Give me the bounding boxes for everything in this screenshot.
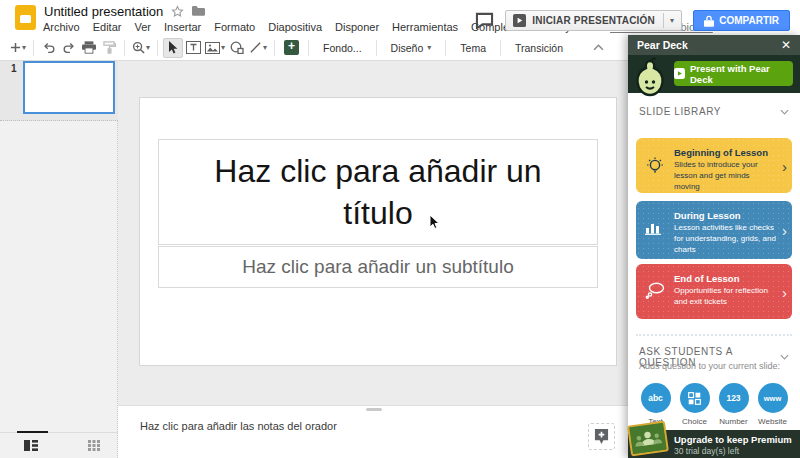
- chevron-down-icon[interactable]: [780, 109, 789, 115]
- bar-chart-icon: [645, 220, 665, 240]
- text-question-icon: abc: [641, 383, 671, 413]
- peardeck-brand-band: Present with Pear Deck: [628, 55, 800, 93]
- chevron-right-icon: ›: [782, 283, 787, 300]
- filmstrip-view-indicator: [17, 431, 48, 433]
- peardeck-addon-button[interactable]: +: [284, 40, 299, 55]
- speaker-notes-placeholder: Haz clic para añadir las notas del orado…: [140, 420, 337, 432]
- chevron-down-icon[interactable]: [780, 354, 789, 360]
- new-slide-button[interactable]: ▾: [8, 38, 28, 58]
- select-tool-button[interactable]: [163, 38, 183, 58]
- play-icon: [513, 14, 526, 27]
- menu-diapositiva[interactable]: Diapositiva: [268, 21, 322, 33]
- start-presentation-button[interactable]: INICIAR PRESENTACIÓN ▾: [505, 10, 682, 31]
- menu-archivo[interactable]: Archivo: [43, 21, 80, 33]
- google-slides-app: Untitled presentation Archivo Editar Ver…: [0, 0, 800, 458]
- chevron-right-icon: ›: [782, 157, 787, 174]
- slide-number: 1: [11, 63, 17, 74]
- google-classroom-icon: [627, 421, 669, 457]
- card-beginning-of-lesson[interactable]: Beginning of Lesson Slides to introduce …: [636, 138, 792, 193]
- star-icon[interactable]: [171, 5, 184, 18]
- top-bar: Untitled presentation Archivo Editar Ver…: [0, 0, 800, 35]
- folder-icon[interactable]: [192, 5, 205, 18]
- toolbar: ▾ ▾ ▾: [0, 35, 628, 61]
- menu-insertar[interactable]: Insertar: [164, 21, 201, 33]
- speaker-notes-panel[interactable]: Haz clic para añadir las notas del orado…: [118, 405, 628, 458]
- peardeck-sidebar: Pear Deck ✕ Present with Pear Deck SLIDE: [628, 35, 800, 458]
- slide-library-section-header[interactable]: SLIDE LIBRARY: [639, 106, 789, 117]
- slide-canvas-area: Haz clic para añadir un título Haz clic …: [118, 61, 628, 405]
- redo-button[interactable]: [59, 38, 79, 58]
- card-end-of-lesson[interactable]: End of Lesson Opportunities for reflecti…: [636, 264, 792, 319]
- share-button[interactable]: COMPARTIR: [693, 10, 790, 31]
- lightbulb-icon: [645, 156, 665, 176]
- slide-thumbnail[interactable]: [23, 61, 115, 114]
- question-type-website[interactable]: www Website: [754, 383, 791, 426]
- question-type-number[interactable]: 123 Number: [715, 383, 752, 426]
- chevron-down-icon[interactable]: ▾: [670, 17, 674, 25]
- layout-button[interactable]: Diseño▾: [382, 38, 441, 58]
- mouse-cursor: [429, 214, 440, 230]
- print-button[interactable]: [79, 38, 99, 58]
- add-to-notes-button[interactable]: [588, 423, 615, 450]
- dotted-divider: [636, 334, 792, 336]
- pear-logo-icon: [630, 56, 670, 100]
- menu-herramientas[interactable]: Herramientas: [392, 21, 458, 33]
- card-during-lesson[interactable]: During Lesson Lesson activities like che…: [636, 201, 792, 259]
- upgrade-title: Upgrade to keep Premium: [674, 434, 792, 445]
- number-question-icon: 123: [719, 383, 749, 413]
- play-icon: [674, 68, 685, 79]
- chevron-right-icon: ›: [782, 222, 787, 239]
- paint-format-button[interactable]: [99, 38, 119, 58]
- peardeck-panel-title: Pear Deck: [637, 39, 688, 51]
- close-icon[interactable]: ✕: [781, 39, 791, 51]
- question-type-buttons: abc Text Choice 123 Number www Website: [637, 383, 791, 426]
- upgrade-premium-banner[interactable]: Upgrade to keep Premium 30 trial day(s) …: [628, 430, 800, 458]
- slide-editor[interactable]: Haz clic para añadir un título Haz clic …: [139, 97, 617, 366]
- website-question-icon: www: [758, 383, 788, 413]
- text-box-tool-button[interactable]: [183, 38, 203, 58]
- thought-bubble-icon: [645, 282, 665, 302]
- slides-logo-icon[interactable]: [15, 5, 36, 30]
- collapse-toolbar-icon[interactable]: [593, 44, 604, 51]
- undo-button[interactable]: [39, 38, 59, 58]
- menu-formato[interactable]: Formato: [214, 21, 255, 33]
- subtitle-placeholder-text: Haz clic para añadir un subtítulo: [242, 256, 513, 278]
- menu-editar[interactable]: Editar: [93, 21, 122, 33]
- present-with-peardeck-button[interactable]: Present with Pear Deck: [674, 61, 793, 86]
- question-type-choice[interactable]: Choice: [676, 383, 713, 426]
- question-type-text[interactable]: abc Text: [637, 383, 674, 426]
- comments-icon[interactable]: [475, 12, 494, 29]
- title-placeholder-text: Haz clic para añadir un título: [186, 150, 571, 234]
- notes-resize-handle[interactable]: [366, 408, 382, 411]
- zoom-button[interactable]: ▾: [130, 38, 152, 58]
- filmstrip-view-icon[interactable]: [24, 440, 38, 451]
- subtitle-placeholder-box[interactable]: Haz clic para añadir un subtítulo: [158, 246, 598, 288]
- insert-line-button[interactable]: ▾: [247, 38, 269, 58]
- peardeck-panel-header: Pear Deck ✕: [628, 35, 800, 55]
- insert-shape-button[interactable]: [227, 38, 247, 58]
- choice-question-icon: [680, 383, 710, 413]
- grid-view-icon[interactable]: [88, 440, 100, 451]
- slide-filmstrip: 1: [0, 61, 118, 458]
- background-button[interactable]: Fondo...: [314, 38, 371, 58]
- transition-button[interactable]: Transición: [506, 38, 572, 58]
- menu-disponer[interactable]: Disponer: [335, 21, 379, 33]
- menu-ver[interactable]: Ver: [134, 21, 151, 33]
- trial-days-left: 30 trial day(s) left: [674, 446, 739, 456]
- ask-question-subtitle: Adds question to your current slide:: [639, 361, 780, 371]
- theme-button[interactable]: Tema: [451, 38, 495, 58]
- document-title[interactable]: Untitled presentation: [44, 4, 163, 19]
- lock-icon: [704, 15, 714, 27]
- title-placeholder-box[interactable]: Haz clic para añadir un título: [158, 139, 598, 245]
- insert-image-button[interactable]: ▾: [203, 38, 227, 58]
- selected-slide-zone: 1: [0, 58, 118, 121]
